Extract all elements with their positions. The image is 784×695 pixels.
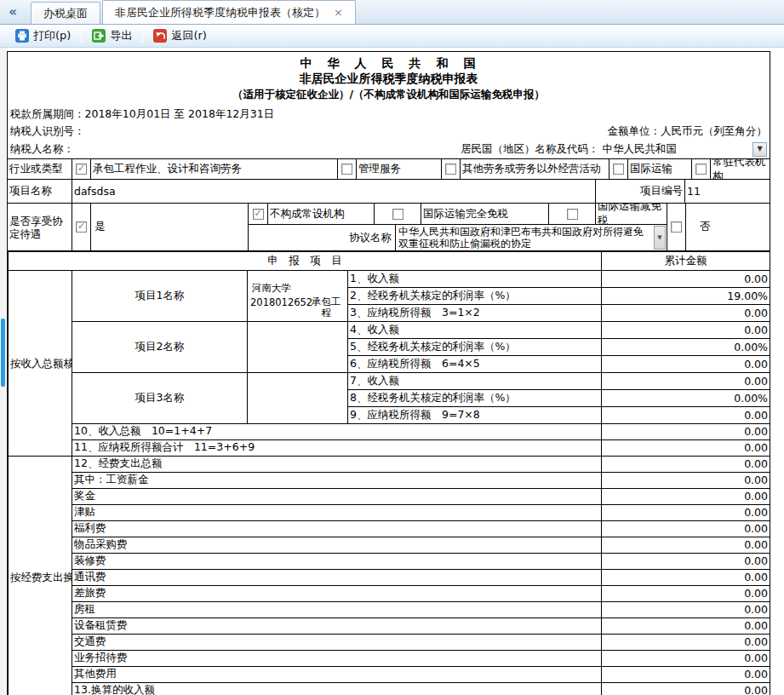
table-row: 按收入总额核定应纳税所得额的计算项目1名称2018012652承包工程河南大学1… bbox=[9, 270, 770, 287]
row-value: 0.00 bbox=[602, 504, 770, 520]
row-label: 8、经税务机关核定的利润率（%） bbox=[348, 389, 602, 406]
tax-period-value: 2018年10月01日 至 2018年12月31日 bbox=[85, 106, 275, 123]
table-row: 物品采购费0.00 bbox=[9, 537, 770, 553]
tab-desktop[interactable]: 办税桌面 bbox=[31, 2, 100, 24]
taxpayer-name-label: 纳税人名称： bbox=[10, 140, 74, 158]
agreement-name-select[interactable]: 中华人民共和国政府和津巴布韦共和国政府对所得避免双重征税和防止偷漏税的协定 ▼ bbox=[395, 225, 667, 250]
table-row: 项目2名称4、收入额0.00 bbox=[9, 321, 770, 338]
row-value: 19.00% bbox=[602, 287, 770, 304]
resident-country-label: 居民国（地区）名称及代码： bbox=[461, 140, 599, 158]
row-value: 0.00 bbox=[602, 569, 770, 585]
tab-declaration-form[interactable]: 非居民企业所得税季度纳税申报表（核定） × bbox=[102, 0, 356, 24]
industry-option-label: 常驻代表机构 bbox=[710, 159, 770, 179]
project-name-cell: 项目2名称 bbox=[72, 321, 248, 372]
row-value: 0.00 bbox=[602, 585, 770, 601]
taxpayer-id-line: 纳税人识别号： 金额单位：人民币元（列至角分） bbox=[8, 123, 770, 140]
row-label: 交通费 bbox=[72, 634, 602, 650]
checkbox-other-services[interactable] bbox=[445, 164, 456, 175]
treaty-no-cell bbox=[667, 204, 685, 250]
row-value: 0.00 bbox=[602, 406, 770, 423]
industry-option-cell bbox=[609, 159, 627, 179]
row-label: 6、应纳税所得额 6=4×5 bbox=[348, 355, 602, 372]
checkbox-transport-reduced-exemption[interactable] bbox=[567, 209, 578, 220]
section-label-income-method: 按收入总额核定应纳税所得额的计算 bbox=[9, 270, 72, 456]
export-label: 导出 bbox=[110, 28, 132, 43]
treaty-option-cell bbox=[548, 204, 595, 224]
close-icon[interactable]: × bbox=[334, 7, 343, 18]
row-label: 津贴 bbox=[72, 504, 602, 520]
resident-country-group: 居民国（地区）名称及代码： 中华人民共和国 ▼ bbox=[461, 140, 767, 158]
row-value: 0.00 bbox=[602, 439, 770, 456]
declaration-table: 申 报 项 目 累计金额 按收入总额核定应纳税所得额的计算项目1名称201801… bbox=[8, 250, 770, 695]
row-value: 0.00 bbox=[602, 537, 770, 553]
back-label: 返回(r) bbox=[171, 28, 207, 43]
row-value: 0.00 bbox=[602, 520, 770, 537]
table-row: 交通费0.00 bbox=[9, 634, 770, 650]
industry-option-label: 其他劳务或劳务以外经营活动 bbox=[460, 159, 609, 179]
project-name-value: dafsdsa bbox=[72, 180, 595, 203]
row-label: 福利费 bbox=[72, 520, 602, 537]
table-header-row: 申 报 项 目 累计金额 bbox=[9, 251, 770, 270]
checkbox-treaty-no[interactable] bbox=[671, 221, 682, 233]
table-row: 业务招待费0.00 bbox=[9, 650, 770, 666]
treaty-no-label: 否 bbox=[685, 204, 770, 250]
industry-option-cell bbox=[72, 159, 90, 179]
collapse-tabs-button[interactable]: « bbox=[0, 0, 26, 24]
table-row: 装修费0.00 bbox=[9, 553, 770, 569]
back-button[interactable]: 返回(r) bbox=[146, 26, 214, 45]
checkbox-international-transport[interactable] bbox=[613, 164, 624, 175]
row-label: 奖金 bbox=[72, 488, 602, 504]
treaty-option-cell bbox=[374, 204, 421, 224]
resident-country-value: 中华人民共和国 bbox=[603, 140, 678, 158]
tab-label: 非居民企业所得税季度纳税申报表（核定） bbox=[115, 5, 325, 20]
industry-option-cell bbox=[337, 159, 356, 179]
export-button[interactable]: 导出 bbox=[85, 26, 139, 45]
row-value: 0.00 bbox=[602, 666, 770, 682]
tab-label: 办税桌面 bbox=[43, 6, 88, 21]
row-label: 5、经税务机关核定的利润率（%） bbox=[348, 338, 602, 355]
toolbar: 打印(p) 导出 返回(r) bbox=[0, 25, 784, 48]
table-row: 其他费用0.00 bbox=[9, 666, 770, 682]
row-label: 11、应纳税所得额合计 11=3+6+9 bbox=[72, 439, 602, 456]
toolbar-separator bbox=[81, 29, 82, 43]
table-row: 房租0.00 bbox=[9, 601, 770, 617]
checkbox-no-permanent-establishment[interactable] bbox=[253, 209, 264, 220]
treaty-yes-cell bbox=[72, 204, 90, 250]
table-row: 项目3名称7、收入额0.00 bbox=[9, 372, 770, 389]
project-name-cell: 项目3名称 bbox=[72, 372, 248, 423]
resident-country-dropdown-icon[interactable]: ▼ bbox=[753, 142, 767, 157]
row-value: 0.00 bbox=[602, 601, 770, 617]
row-label: 12、经费支出总额 bbox=[72, 456, 602, 472]
checkbox-transport-full-exemption[interactable] bbox=[392, 209, 403, 220]
row-label: 差旅费 bbox=[72, 585, 602, 601]
row-label: 装修费 bbox=[72, 553, 602, 569]
industry-option-label: 国际运输 bbox=[627, 159, 691, 179]
treaty-yes-label: 是 bbox=[90, 204, 248, 250]
checkbox-contract-engineering[interactable] bbox=[76, 164, 87, 175]
project-org-text: 河南大学 bbox=[252, 282, 291, 295]
row-value: 0.00 bbox=[602, 456, 770, 472]
printer-icon bbox=[15, 29, 29, 43]
treaty-options-row: 不构成常设机构 国际运输完全免税 国际运输减免税 bbox=[249, 204, 667, 225]
table-row: 11、应纳税所得额合计 11=3+6+90.00 bbox=[9, 439, 770, 456]
checkbox-representative-office[interactable] bbox=[695, 164, 707, 175]
print-button[interactable]: 打印(p) bbox=[9, 26, 77, 45]
row-label: 3、应纳税所得额 3=1×2 bbox=[348, 304, 602, 321]
row-label: 4、收入额 bbox=[348, 321, 602, 338]
agreement-dropdown-icon[interactable]: ▼ bbox=[654, 226, 666, 250]
row-label: 9、应纳税所得额 9=7×8 bbox=[348, 406, 602, 423]
row-value: 0.00 bbox=[602, 355, 770, 372]
declaration-form: 中 华 人 民 共 和 国 非居民企业所得税季度纳税申报表 （适用于核定征收企业… bbox=[7, 51, 770, 695]
splitter-drag-handle[interactable] bbox=[1, 319, 5, 387]
table-row: 设备租赁费0.00 bbox=[9, 617, 770, 634]
project-info-cell bbox=[248, 321, 348, 372]
section-label-expense-method: 按经费支出换算应纳税所得额的计算 bbox=[9, 456, 72, 695]
form-title-main: 非居民企业所得税季度纳税申报表 bbox=[8, 71, 770, 87]
row-value: 0.00 bbox=[602, 270, 770, 287]
project-info-cell bbox=[248, 372, 348, 423]
checkbox-management-service[interactable] bbox=[341, 164, 352, 175]
table-row: 差旅费0.00 bbox=[9, 585, 770, 601]
app-window: « 办税桌面 非居民企业所得税季度纳税申报表（核定） × 打印(p) 导出 bbox=[0, 0, 784, 695]
project-name-cell: 项目1名称 bbox=[72, 270, 248, 321]
checkbox-treaty-yes[interactable] bbox=[76, 221, 87, 233]
